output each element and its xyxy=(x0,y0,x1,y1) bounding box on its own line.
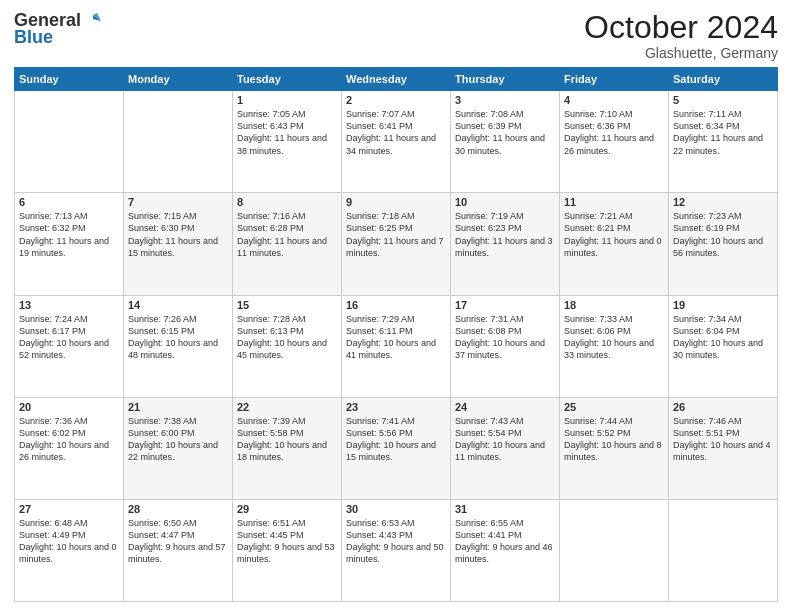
calendar-table: SundayMondayTuesdayWednesdayThursdayFrid… xyxy=(14,67,778,602)
title-block: October 2024 Glashuette, Germany xyxy=(584,10,778,61)
calendar-row-3: 13Sunrise: 7:24 AMSunset: 6:17 PMDayligh… xyxy=(15,295,778,397)
cell-content: Sunrise: 7:15 AMSunset: 6:30 PMDaylight:… xyxy=(128,210,228,259)
logo: General Blue xyxy=(14,10,103,48)
calendar-cell: 11Sunrise: 7:21 AMSunset: 6:21 PMDayligh… xyxy=(560,193,669,295)
calendar-cell: 30Sunrise: 6:53 AMSunset: 4:43 PMDayligh… xyxy=(342,499,451,601)
location: Glashuette, Germany xyxy=(584,45,778,61)
calendar-cell: 21Sunrise: 7:38 AMSunset: 6:00 PMDayligh… xyxy=(124,397,233,499)
day-number: 20 xyxy=(19,401,119,413)
calendar-cell: 16Sunrise: 7:29 AMSunset: 6:11 PMDayligh… xyxy=(342,295,451,397)
calendar-cell xyxy=(15,91,124,193)
cell-content: Sunrise: 6:55 AMSunset: 4:41 PMDaylight:… xyxy=(455,517,555,566)
day-number: 21 xyxy=(128,401,228,413)
day-number: 31 xyxy=(455,503,555,515)
day-number: 8 xyxy=(237,196,337,208)
day-number: 2 xyxy=(346,94,446,106)
day-number: 13 xyxy=(19,299,119,311)
cell-content: Sunrise: 7:07 AMSunset: 6:41 PMDaylight:… xyxy=(346,108,446,157)
calendar-cell: 18Sunrise: 7:33 AMSunset: 6:06 PMDayligh… xyxy=(560,295,669,397)
logo-bird-icon xyxy=(83,11,103,31)
calendar-row-2: 6Sunrise: 7:13 AMSunset: 6:32 PMDaylight… xyxy=(15,193,778,295)
cell-content: Sunrise: 7:28 AMSunset: 6:13 PMDaylight:… xyxy=(237,313,337,362)
cell-content: Sunrise: 7:46 AMSunset: 5:51 PMDaylight:… xyxy=(673,415,773,464)
day-number: 9 xyxy=(346,196,446,208)
cell-content: Sunrise: 7:11 AMSunset: 6:34 PMDaylight:… xyxy=(673,108,773,157)
calendar-cell xyxy=(669,499,778,601)
cell-content: Sunrise: 7:31 AMSunset: 6:08 PMDaylight:… xyxy=(455,313,555,362)
calendar-cell: 20Sunrise: 7:36 AMSunset: 6:02 PMDayligh… xyxy=(15,397,124,499)
day-number: 12 xyxy=(673,196,773,208)
cell-content: Sunrise: 7:05 AMSunset: 6:43 PMDaylight:… xyxy=(237,108,337,157)
day-number: 6 xyxy=(19,196,119,208)
calendar-cell: 31Sunrise: 6:55 AMSunset: 4:41 PMDayligh… xyxy=(451,499,560,601)
day-number: 30 xyxy=(346,503,446,515)
calendar-cell: 12Sunrise: 7:23 AMSunset: 6:19 PMDayligh… xyxy=(669,193,778,295)
cell-content: Sunrise: 7:16 AMSunset: 6:28 PMDaylight:… xyxy=(237,210,337,259)
cell-content: Sunrise: 7:13 AMSunset: 6:32 PMDaylight:… xyxy=(19,210,119,259)
calendar-cell: 27Sunrise: 6:48 AMSunset: 4:49 PMDayligh… xyxy=(15,499,124,601)
cell-content: Sunrise: 7:29 AMSunset: 6:11 PMDaylight:… xyxy=(346,313,446,362)
cell-content: Sunrise: 7:39 AMSunset: 5:58 PMDaylight:… xyxy=(237,415,337,464)
calendar-cell: 29Sunrise: 6:51 AMSunset: 4:45 PMDayligh… xyxy=(233,499,342,601)
calendar-cell: 19Sunrise: 7:34 AMSunset: 6:04 PMDayligh… xyxy=(669,295,778,397)
weekday-tuesday: Tuesday xyxy=(233,68,342,91)
day-number: 1 xyxy=(237,94,337,106)
day-number: 15 xyxy=(237,299,337,311)
day-number: 25 xyxy=(564,401,664,413)
weekday-monday: Monday xyxy=(124,68,233,91)
day-number: 29 xyxy=(237,503,337,515)
calendar-cell: 3Sunrise: 7:08 AMSunset: 6:39 PMDaylight… xyxy=(451,91,560,193)
day-number: 23 xyxy=(346,401,446,413)
calendar-cell xyxy=(560,499,669,601)
day-number: 17 xyxy=(455,299,555,311)
calendar-cell: 6Sunrise: 7:13 AMSunset: 6:32 PMDaylight… xyxy=(15,193,124,295)
calendar-cell: 10Sunrise: 7:19 AMSunset: 6:23 PMDayligh… xyxy=(451,193,560,295)
calendar-cell: 1Sunrise: 7:05 AMSunset: 6:43 PMDaylight… xyxy=(233,91,342,193)
month-title: October 2024 xyxy=(584,10,778,45)
calendar-row-5: 27Sunrise: 6:48 AMSunset: 4:49 PMDayligh… xyxy=(15,499,778,601)
calendar-cell: 8Sunrise: 7:16 AMSunset: 6:28 PMDaylight… xyxy=(233,193,342,295)
calendar-row-4: 20Sunrise: 7:36 AMSunset: 6:02 PMDayligh… xyxy=(15,397,778,499)
day-number: 24 xyxy=(455,401,555,413)
cell-content: Sunrise: 7:36 AMSunset: 6:02 PMDaylight:… xyxy=(19,415,119,464)
header: General Blue October 2024 Glashuette, Ge… xyxy=(14,10,778,61)
cell-content: Sunrise: 7:19 AMSunset: 6:23 PMDaylight:… xyxy=(455,210,555,259)
day-number: 28 xyxy=(128,503,228,515)
day-number: 11 xyxy=(564,196,664,208)
day-number: 3 xyxy=(455,94,555,106)
weekday-thursday: Thursday xyxy=(451,68,560,91)
cell-content: Sunrise: 7:41 AMSunset: 5:56 PMDaylight:… xyxy=(346,415,446,464)
calendar-cell: 9Sunrise: 7:18 AMSunset: 6:25 PMDaylight… xyxy=(342,193,451,295)
cell-content: Sunrise: 6:51 AMSunset: 4:45 PMDaylight:… xyxy=(237,517,337,566)
calendar-cell: 23Sunrise: 7:41 AMSunset: 5:56 PMDayligh… xyxy=(342,397,451,499)
calendar-cell: 25Sunrise: 7:44 AMSunset: 5:52 PMDayligh… xyxy=(560,397,669,499)
calendar-cell: 14Sunrise: 7:26 AMSunset: 6:15 PMDayligh… xyxy=(124,295,233,397)
day-number: 10 xyxy=(455,196,555,208)
cell-content: Sunrise: 7:43 AMSunset: 5:54 PMDaylight:… xyxy=(455,415,555,464)
calendar-cell: 2Sunrise: 7:07 AMSunset: 6:41 PMDaylight… xyxy=(342,91,451,193)
weekday-saturday: Saturday xyxy=(669,68,778,91)
cell-content: Sunrise: 7:38 AMSunset: 6:00 PMDaylight:… xyxy=(128,415,228,464)
weekday-wednesday: Wednesday xyxy=(342,68,451,91)
cell-content: Sunrise: 7:44 AMSunset: 5:52 PMDaylight:… xyxy=(564,415,664,464)
calendar-row-1: 1Sunrise: 7:05 AMSunset: 6:43 PMDaylight… xyxy=(15,91,778,193)
day-number: 7 xyxy=(128,196,228,208)
weekday-header-row: SundayMondayTuesdayWednesdayThursdayFrid… xyxy=(15,68,778,91)
day-number: 4 xyxy=(564,94,664,106)
cell-content: Sunrise: 6:50 AMSunset: 4:47 PMDaylight:… xyxy=(128,517,228,566)
calendar-cell: 28Sunrise: 6:50 AMSunset: 4:47 PMDayligh… xyxy=(124,499,233,601)
calendar-cell xyxy=(124,91,233,193)
cell-content: Sunrise: 7:33 AMSunset: 6:06 PMDaylight:… xyxy=(564,313,664,362)
calendar-cell: 26Sunrise: 7:46 AMSunset: 5:51 PMDayligh… xyxy=(669,397,778,499)
cell-content: Sunrise: 7:10 AMSunset: 6:36 PMDaylight:… xyxy=(564,108,664,157)
calendar-cell: 7Sunrise: 7:15 AMSunset: 6:30 PMDaylight… xyxy=(124,193,233,295)
day-number: 14 xyxy=(128,299,228,311)
cell-content: Sunrise: 7:23 AMSunset: 6:19 PMDaylight:… xyxy=(673,210,773,259)
cell-content: Sunrise: 6:53 AMSunset: 4:43 PMDaylight:… xyxy=(346,517,446,566)
day-number: 5 xyxy=(673,94,773,106)
cell-content: Sunrise: 7:24 AMSunset: 6:17 PMDaylight:… xyxy=(19,313,119,362)
cell-content: Sunrise: 6:48 AMSunset: 4:49 PMDaylight:… xyxy=(19,517,119,566)
day-number: 22 xyxy=(237,401,337,413)
calendar-cell: 5Sunrise: 7:11 AMSunset: 6:34 PMDaylight… xyxy=(669,91,778,193)
calendar-cell: 22Sunrise: 7:39 AMSunset: 5:58 PMDayligh… xyxy=(233,397,342,499)
